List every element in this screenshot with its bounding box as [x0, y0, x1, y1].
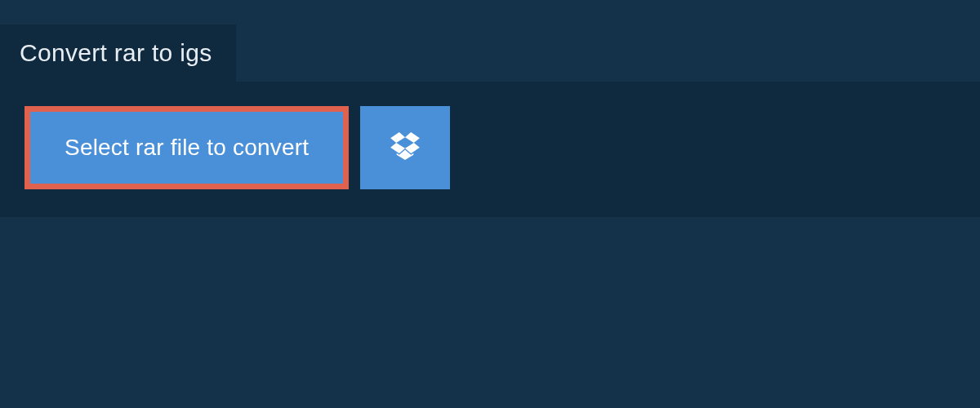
convert-panel: Select rar file to convert [0, 82, 980, 217]
tab-label: Convert rar to igs [20, 39, 212, 66]
select-file-button[interactable]: Select rar file to convert [24, 106, 349, 189]
tab-bar: Convert rar to igs [0, 0, 980, 82]
select-file-label: Select rar file to convert [65, 135, 309, 161]
dropbox-button[interactable] [360, 106, 450, 189]
dropbox-icon [390, 132, 420, 163]
tab-convert[interactable]: Convert rar to igs [0, 24, 236, 82]
